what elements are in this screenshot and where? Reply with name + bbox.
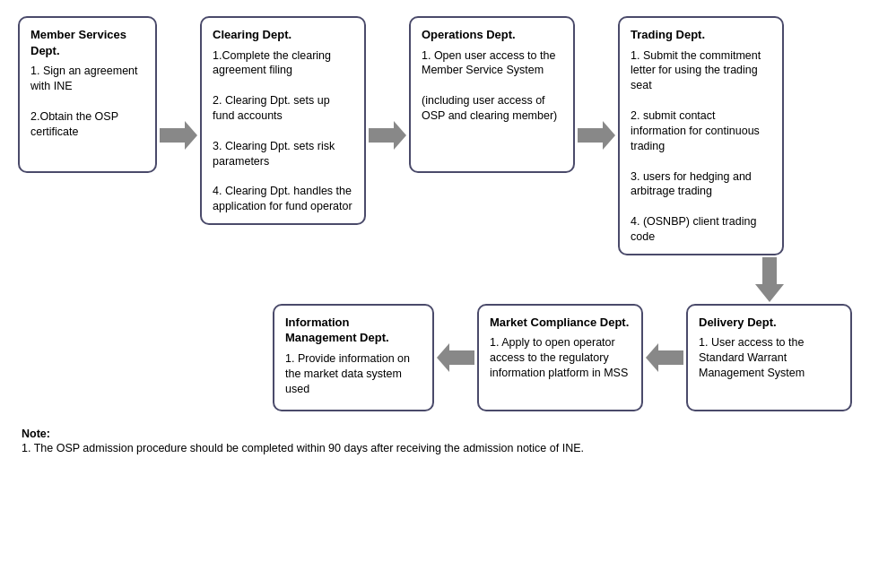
svg-marker-4 (437, 343, 474, 372)
clearing-content: 1.Complete the clearing agreement filing… (213, 48, 353, 215)
box-info: Information Management Dept. 1. Provide … (273, 304, 434, 411)
arrow-delivery-to-market (643, 343, 686, 372)
note-section: Note: 1. The OSP admission procedure sho… (18, 428, 852, 454)
info-content: 1. Provide information on the market dat… (285, 351, 422, 397)
arrow-operations-to-trading (575, 121, 618, 150)
info-title: Information Management Dept. (285, 315, 422, 346)
box-clearing: Clearing Dept. 1.Complete the clearing a… (200, 16, 366, 225)
member-content: 1. Sign an agreement with INE 2.Obtain t… (30, 64, 144, 139)
arrow-member-to-clearing (157, 121, 200, 150)
svg-marker-2 (578, 121, 615, 150)
svg-marker-1 (369, 121, 406, 150)
operations-title: Operations Dept. (422, 27, 562, 43)
down-arrow-trading-to-delivery (18, 257, 852, 302)
trading-title: Trading Dept. (631, 27, 771, 43)
trading-content: 1. Submit the commitment letter for usin… (631, 48, 771, 245)
delivery-title: Delivery Dept. (699, 315, 840, 331)
box-member: Member Services Dept. 1. Sign an agreeme… (18, 16, 157, 173)
box-market: Market Compliance Dept. 1. Apply to open… (477, 304, 643, 411)
box-trading: Trading Dept. 1. Submit the commitment l… (618, 16, 784, 255)
box-delivery: Delivery Dept. 1. User access to the Sta… (686, 304, 852, 411)
delivery-content: 1. User access to the Standard Warrant M… (699, 335, 840, 381)
arrow-market-to-info (434, 343, 477, 372)
box-operations: Operations Dept. 1. Open user access to … (409, 16, 575, 173)
arrow-clearing-to-operations (366, 121, 409, 150)
svg-marker-5 (646, 343, 683, 372)
row2: Information Management Dept. 1. Provide … (18, 304, 852, 411)
svg-marker-0 (160, 121, 197, 150)
diagram-container: Member Services Dept. 1. Sign an agreeme… (0, 0, 870, 463)
market-title: Market Compliance Dept. (490, 315, 631, 331)
clearing-title: Clearing Dept. (213, 27, 353, 43)
operations-content: 1. Open user access to the Member Servic… (422, 48, 562, 124)
note-heading: Note: (22, 428, 848, 440)
note-text: 1. The OSP admission procedure should be… (22, 442, 848, 454)
row1: Member Services Dept. 1. Sign an agreeme… (18, 16, 852, 255)
market-content: 1. Apply to open operator access to the … (490, 335, 631, 381)
member-title: Member Services Dept. (30, 27, 144, 58)
svg-marker-3 (755, 257, 784, 302)
